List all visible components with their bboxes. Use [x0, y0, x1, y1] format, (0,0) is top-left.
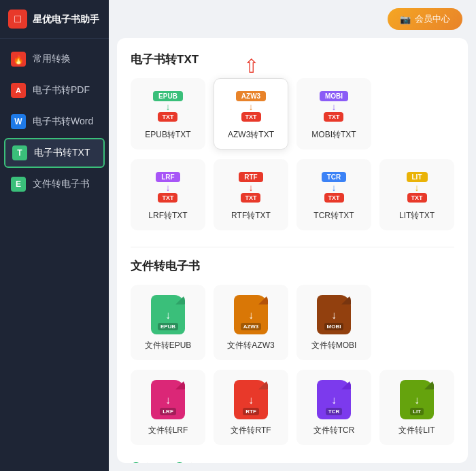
mobi-to-txt-card[interactable]: MOBI ↓ TXT MOBI转TXT	[296, 78, 371, 150]
section-divider	[131, 247, 454, 247]
sidebar-item-txt[interactable]: T 电子书转TXT	[4, 138, 105, 168]
file-rtf-icon: ↓ RTF	[234, 380, 268, 419]
azw3-to-txt-label: AZW3转TXT	[228, 129, 274, 141]
vip-button[interactable]: 📷 会员中心	[388, 8, 462, 30]
file-azw3-icon: ↓ AZW3	[234, 295, 268, 334]
fire-icon: 🔥	[11, 52, 26, 67]
azw3-txt-icon: AZW3 ↓ TXT	[233, 88, 269, 124]
sidebar-label-common: 常用转换	[33, 53, 71, 65]
sidebar-item-common[interactable]: 🔥 常用转换	[0, 44, 109, 74]
pdf-icon: A	[11, 83, 26, 98]
sidebar-item-pdf[interactable]: A 电子书转PDF	[0, 75, 109, 105]
content-area: 电子书转TXT EPUB ↓ TXT EPUB转TXT ⇧	[117, 38, 468, 463]
rtf-txt-icon: RTF ↓ TXT	[233, 169, 269, 205]
web-label: 官网	[144, 461, 160, 463]
app-title: 星优电子书助手	[33, 13, 99, 25]
file-mobi-icon: ↓ MOBI	[317, 295, 351, 334]
tcr-to-txt-card[interactable]: TCR ↓ TXT TCR转TXT	[296, 159, 371, 230]
epub-txt-icon: EPUB ↓ TXT	[150, 88, 186, 124]
word-icon: W	[11, 114, 26, 129]
lit-to-txt-card[interactable]: LIT ↓ TXT LIT转TXT	[379, 159, 454, 230]
rtf-to-txt-card[interactable]: RTF ↓ TXT RTF转TXT	[214, 159, 288, 230]
lrf-to-txt-card[interactable]: LRF ↓ TXT LRF转TXT	[131, 159, 205, 230]
txt-icon: T	[12, 145, 27, 160]
file-to-epub-label: 文件转EPUB	[145, 340, 192, 351]
sidebar-label-file: 文件转电子书	[33, 178, 90, 190]
vip-label: 会员中心	[415, 13, 450, 25]
app-logo: □	[8, 10, 27, 29]
sidebar-item-word[interactable]: W 电子书转Word	[0, 107, 109, 137]
topbar: 📷 会员中心	[109, 0, 476, 38]
camera-icon: 📷	[400, 14, 411, 24]
sidebar-label-pdf: 电子书转PDF	[33, 84, 90, 97]
lrf-txt-icon: LRF ↓ TXT	[150, 169, 186, 205]
file-to-lrf-label: 文件转LRF	[148, 425, 188, 436]
sidebar: □ 星优电子书助手 🔥 常用转换 A 电子书转PDF W 电子书转Word T …	[0, 0, 109, 471]
file-to-tcr-label: 文件转TCR	[313, 425, 355, 436]
file-to-tcr-card[interactable]: ↓ TCR 文件转TCR	[296, 370, 371, 445]
file-to-lit-card[interactable]: ↓ LIT 文件转LIT	[379, 370, 454, 445]
sidebar-nav: 🔥 常用转换 A 电子书转PDF W 电子书转Word T 电子书转TXT E …	[0, 39, 109, 205]
tcr-to-txt-label: TCR转TXT	[313, 210, 354, 222]
sidebar-item-file[interactable]: E 文件转电子书	[0, 169, 109, 199]
epub-to-txt-label: EPUB转TXT	[145, 129, 190, 141]
file-to-ebook-title: 文件转电子书	[131, 258, 454, 274]
file-to-rtf-label: 文件转RTF	[231, 425, 271, 436]
file-lit-icon: ↓ LIT	[400, 380, 434, 419]
mobi-to-txt-label: MOBI转TXT	[311, 129, 356, 141]
mobi-txt-icon: MOBI ↓ TXT	[316, 88, 352, 124]
main-area: 📷 会员中心 电子书转TXT EPUB ↓ TXT EPUB转TXT	[109, 0, 476, 471]
service-label: 客服	[188, 461, 204, 463]
sidebar-label-txt: 电子书转TXT	[34, 147, 90, 159]
tcr-txt-icon: TCR ↓ TXT	[316, 169, 352, 205]
service-icon: ●	[174, 462, 185, 464]
file-to-mobi-label: 文件转MOBI	[311, 340, 357, 351]
file-lrf-icon: ↓ LRF	[151, 380, 185, 419]
file-to-lit-label: 文件转LIT	[398, 425, 435, 436]
file-tcr-icon: ↓ TCR	[317, 380, 351, 419]
selection-arrow: ⇧	[243, 57, 259, 76]
file-icon: E	[11, 177, 26, 192]
web-icon: ●	[131, 462, 141, 464]
footer: ● 官网 ● 客服	[131, 455, 454, 463]
epub-to-txt-card[interactable]: EPUB ↓ TXT EPUB转TXT	[131, 78, 205, 150]
lrf-to-txt-label: LRF转TXT	[148, 210, 187, 222]
azw3-to-txt-card[interactable]: ⇧ AZW3 ↓ TXT AZW3转TXT	[214, 78, 288, 150]
file-to-lrf-card[interactable]: ↓ LRF 文件转LRF	[131, 370, 205, 445]
file-epub-icon: ↓ EPUB	[151, 295, 185, 334]
file-to-rtf-card[interactable]: ↓ RTF 文件转RTF	[214, 370, 288, 445]
file-to-mobi-card[interactable]: ↓ MOBI 文件转MOBI	[296, 285, 371, 360]
file-to-epub-card[interactable]: ↓ EPUB 文件转EPUB	[131, 285, 205, 360]
lit-to-txt-label: LIT转TXT	[399, 210, 435, 222]
lit-txt-icon: LIT ↓ TXT	[399, 169, 435, 205]
web-link[interactable]: ● 官网	[131, 461, 160, 463]
service-link[interactable]: ● 客服	[174, 461, 204, 463]
file-to-azw3-card[interactable]: ↓ AZW3 文件转AZW3	[214, 285, 288, 360]
sidebar-header: □ 星优电子书助手	[0, 0, 109, 39]
ebook-to-txt-title: 电子书转TXT	[131, 52, 454, 67]
file-to-azw3-label: 文件转AZW3	[227, 340, 274, 351]
rtf-to-txt-label: RTF转TXT	[231, 210, 271, 222]
sidebar-label-word: 电子书转Word	[33, 116, 93, 128]
